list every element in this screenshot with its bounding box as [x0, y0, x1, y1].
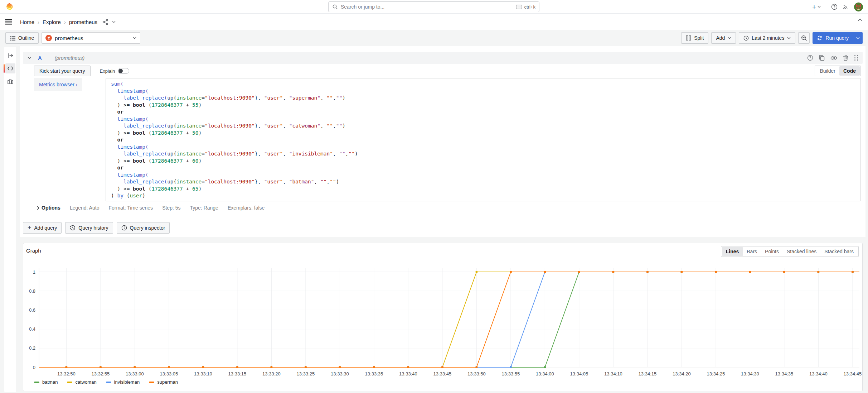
code-line[interactable]: ) >= bool (1728646377 + 60) — [111, 158, 860, 165]
code-line[interactable]: timestamp( — [111, 116, 860, 123]
code-line[interactable]: label_replace(up{instance="localhost:909… — [111, 178, 860, 186]
code-line[interactable]: ) >= bool (1728646377 + 55) — [111, 102, 860, 109]
series-point-superman — [510, 271, 512, 273]
menu-icon[interactable] — [5, 19, 12, 25]
options-exemplars: Exemplars: false — [228, 205, 265, 211]
breadcrumb-row: Home › Explore › prometheus — [0, 14, 868, 30]
chevron-down-icon[interactable] — [28, 57, 31, 59]
legend-item-catwoman[interactable]: catwoman — [67, 379, 96, 385]
outline-queries-item[interactable] — [5, 63, 15, 73]
query-options-row[interactable]: Options Legend: Auto Format: Time series… — [37, 205, 265, 211]
code-line[interactable]: timestamp( — [111, 144, 860, 151]
search-box[interactable]: ctrl+k — [328, 1, 539, 12]
news-icon[interactable] — [843, 4, 849, 10]
keyboard-icon — [516, 5, 522, 9]
svg-text:13:33:55: 13:33:55 — [502, 371, 520, 377]
metrics-browser-button[interactable]: Metrics browser › — [34, 78, 82, 91]
run-query-button[interactable]: Run query — [813, 32, 863, 44]
chevron-down-icon — [133, 37, 136, 39]
svg-text:0.2: 0.2 — [29, 345, 35, 351]
code-line[interactable]: or — [111, 109, 860, 116]
kick-start-button[interactable]: Kick start your query — [34, 66, 91, 76]
help-icon[interactable] — [831, 4, 838, 10]
grafana-logo[interactable] — [5, 3, 14, 11]
svg-text:13:34:45: 13:34:45 — [844, 371, 862, 377]
duplicate-icon[interactable] — [819, 55, 825, 61]
datasource-picker[interactable]: prometheus — [42, 32, 140, 44]
outline-label: Outline — [18, 35, 34, 41]
trash-icon[interactable] — [843, 55, 848, 61]
editor-mode-code[interactable]: Code — [839, 66, 860, 76]
series-point-superman — [612, 271, 614, 273]
outline-expand-button[interactable] — [5, 51, 15, 61]
legend-item-batman[interactable]: batman — [34, 379, 58, 385]
drag-handle-icon[interactable] — [854, 55, 858, 61]
zoom-out-button[interactable] — [798, 32, 810, 44]
code-line[interactable]: timestamp( — [111, 88, 860, 95]
query-inspector-button[interactable]: Query inspector — [117, 222, 170, 234]
breadcrumb-explore[interactable]: Explore — [43, 19, 61, 25]
eye-icon[interactable] — [830, 56, 837, 61]
legend-item-superman[interactable]: superman — [149, 379, 178, 385]
query-history-button[interactable]: Query history — [65, 222, 113, 234]
explore-toolbar: Outline prometheus Split Add — [0, 30, 868, 46]
svg-text:13:33:10: 13:33:10 — [194, 371, 212, 377]
explain-toggle[interactable] — [118, 68, 129, 74]
series-point-superman — [715, 271, 717, 273]
outline-graph-item[interactable] — [5, 76, 15, 86]
svg-text:13:34:10: 13:34:10 — [604, 371, 622, 377]
series-point-superman — [475, 366, 477, 368]
series-point-superman — [202, 366, 204, 368]
search-input[interactable] — [341, 4, 516, 10]
query-ref-id[interactable]: A — [38, 55, 42, 61]
code-line[interactable]: ) >= bool (1728646377 + 65) — [111, 186, 860, 193]
code-line[interactable]: timestamp( — [111, 172, 860, 179]
collapse-top-icon[interactable] — [858, 19, 862, 21]
graph-mode-points[interactable]: Points — [761, 247, 783, 256]
chevron-down-icon — [818, 6, 821, 8]
code-line[interactable]: label_replace(up{instance="localhost:909… — [111, 123, 860, 130]
svg-text:13:33:20: 13:33:20 — [262, 371, 281, 377]
code-line[interactable]: sum( — [111, 81, 860, 88]
graph-mode-bars[interactable]: Bars — [743, 247, 761, 256]
arrow-from-line-icon — [8, 53, 13, 58]
series-line-superman — [39, 272, 859, 367]
share-icon[interactable] — [102, 19, 108, 25]
code-line[interactable]: label_replace(up{instance="localhost:909… — [111, 150, 860, 158]
graph-svg[interactable]: 13:32:5013:32:5513:33:0013:33:0513:33:10… — [25, 263, 862, 379]
run-query-caret[interactable] — [853, 32, 863, 44]
query-help-icon[interactable] — [807, 55, 813, 61]
legend-swatch — [149, 382, 154, 383]
search-icon — [332, 4, 338, 10]
code-line[interactable]: or — [111, 164, 860, 172]
time-range-picker[interactable]: Last 2 minutes — [739, 32, 795, 44]
series-point-superman — [236, 366, 238, 368]
add-query-button[interactable]: + Add query — [23, 222, 62, 234]
code-line[interactable]: ) by (user) — [111, 192, 860, 200]
graph-mode-stacked-bars[interactable]: Stacked bars — [820, 247, 858, 256]
outline-button[interactable]: Outline — [5, 32, 39, 44]
avatar[interactable] — [854, 3, 863, 11]
chevron-down-icon[interactable] — [112, 21, 116, 23]
series-point-superman — [168, 366, 170, 368]
code-line[interactable]: ) >= bool (1728646377 + 50) — [111, 130, 860, 137]
options-label[interactable]: Options — [42, 205, 60, 211]
split-button[interactable]: Split — [681, 32, 708, 44]
add-button[interactable]: Add — [711, 32, 736, 44]
code-editor[interactable]: sum( timestamp( label_replace(up{instanc… — [106, 78, 861, 201]
chevron-right-icon — [37, 206, 39, 210]
legend-item-invisibleman[interactable]: invisibleman — [106, 379, 140, 385]
breadcrumb-home[interactable]: Home — [20, 19, 34, 25]
split-icon — [686, 35, 691, 40]
plus-icon: + — [28, 225, 31, 231]
editor-mode-builder[interactable]: Builder — [816, 66, 839, 76]
series-point-superman — [134, 366, 136, 368]
query-row-header[interactable]: A (prometheus) — [23, 52, 863, 64]
svg-text:13:33:15: 13:33:15 — [228, 371, 247, 377]
split-label: Split — [694, 35, 704, 41]
code-line[interactable]: or — [111, 136, 860, 144]
code-line[interactable]: label_replace(up{instance="localhost:909… — [111, 95, 860, 102]
graph-mode-stacked-lines[interactable]: Stacked lines — [783, 247, 820, 256]
graph-mode-lines[interactable]: Lines — [722, 247, 743, 256]
new-menu-button[interactable]: + — [812, 4, 821, 10]
